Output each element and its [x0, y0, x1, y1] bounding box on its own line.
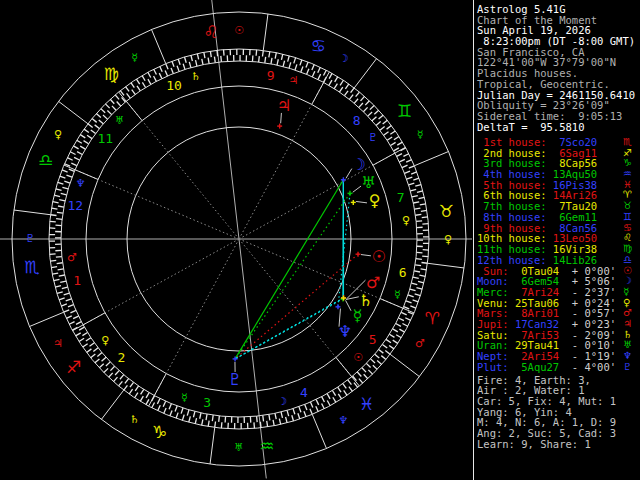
house-ruler-icon: ♅ — [115, 114, 125, 127]
house-ruler-icon: ♂ — [67, 251, 77, 264]
sign-ruler-icon: ☽ — [339, 52, 349, 65]
sign-glyph-icon: ♎ — [38, 150, 53, 170]
axis-lines — [0, 0, 472, 478]
chart-wheel: ♈♂♉♀♊☿♋☽♌☉♍☿♎♀♏♇♐♃♑♄♒♅♓♆1♂2♀3☿4☽5☉6☿7♀8♇… — [0, 0, 478, 480]
house-number: 9 — [267, 68, 275, 83]
sign-glyph-icon: ♋ — [311, 36, 326, 56]
house-ruler-icon: ♇ — [368, 131, 378, 144]
sign-ruler-icon: ♆ — [338, 414, 348, 427]
sign-glyph-icon: ♑ — [152, 422, 167, 442]
house-sign-icon: ♎ — [623, 255, 632, 266]
sign-glyph-icon: ♒ — [259, 436, 274, 456]
sign-ruler-icon: ☿ — [417, 128, 424, 141]
sign-ruler-icon: ☉ — [234, 24, 244, 37]
sign-glyph-icon: ♏ — [24, 257, 39, 277]
planet-glyph-icon: ♃ — [277, 96, 291, 115]
house-cusp-table: 1st house: 7Sco20♏ 2nd house: 6Sag11♐ 3r… — [477, 137, 640, 265]
house-number: 7 — [397, 190, 405, 205]
house-number: 5 — [369, 332, 377, 347]
stats-line: Learn: 9, Share: 1 — [477, 439, 640, 450]
planet-velocity: - 4°00' — [559, 361, 616, 373]
house-sign-icon: ♍ — [623, 244, 632, 255]
chart-info-sidebar: Astrolog 5.41GChart of the MomentSun Apr… — [477, 0, 640, 480]
house-ruler-icon: ☿ — [181, 391, 188, 404]
sign-glyph-icon: ♓ — [359, 394, 374, 414]
planet-glyph-icon: ☉ — [372, 247, 386, 266]
sign-glyph-icon: ♉ — [439, 201, 454, 221]
header-line: DeltaT = 95.5810 — [477, 122, 640, 133]
house-number: 10 — [166, 78, 182, 93]
sign-ruler-icon: ♃ — [53, 337, 63, 350]
house-ruler-icon: ♆ — [76, 177, 86, 190]
planet-glyph-icon: ♅ — [361, 173, 375, 192]
house-sign-icon: ♊ — [623, 212, 632, 223]
house-number: 3 — [203, 395, 211, 410]
house-number: 1 — [73, 273, 81, 288]
sign-glyph-icon: ♊ — [397, 101, 412, 121]
house-number: 2 — [117, 350, 125, 365]
planet-row: Plut: 5Aqu27 - 4°00'♇ — [477, 362, 640, 373]
sign-ruler-icon: ☿ — [131, 51, 138, 64]
house-ruler-icon: ☉ — [353, 351, 363, 364]
sign-ruler-icon: ♄ — [129, 413, 139, 426]
planet-glyph-icon: ♄ — [359, 291, 373, 310]
planet-icon: ♇ — [623, 362, 632, 373]
house-number: 12 — [67, 198, 83, 213]
planet-icon: ☿ — [623, 287, 629, 298]
house-ruler-icon: ☿ — [394, 288, 401, 301]
planet-glyph-icon: ♂ — [366, 273, 380, 292]
house-ruler-icon: ☽ — [277, 395, 287, 408]
planet-table: Sun: 0Tau04 + 0°00'☉Moon: 6Gem54 + 5°06'… — [477, 266, 640, 373]
house-ruler-icon: ♃ — [289, 74, 299, 87]
house-ruler-icon: ♀ — [101, 334, 109, 347]
planet-glyph-icon: ♆ — [338, 322, 352, 341]
sign-ruler-icon: ♇ — [25, 232, 35, 245]
house-number: 4 — [300, 385, 308, 400]
astrolog-window: ♈♂♉♀♊☿♋☽♌☉♍☿♎♀♏♇♐♃♑♄♒♅♓♆1♂2♀3☿4☽5☉6☿7♀8♇… — [0, 0, 640, 480]
house-number: 8 — [353, 113, 361, 128]
chart-header-block: Astrolog 5.41GChart of the MomentSun Apr… — [477, 4, 640, 132]
sign-glyph-icon: ♈ — [425, 308, 440, 328]
element-stats-block: Fire: 4, Earth: 3,Air : 2, Water: 1Car: … — [477, 375, 640, 450]
sign-glyph-icon: ♍ — [104, 64, 119, 84]
sign-ruler-icon: ♅ — [234, 441, 244, 454]
house-ruler-icon: ♄ — [191, 70, 201, 83]
stats-text: Learn: 9, Share: 1 — [477, 438, 591, 450]
planet-glyph-icon: ♀ — [369, 191, 381, 210]
sign-ruler-icon: ♀ — [54, 128, 62, 141]
sign-glyph-icon: ♌ — [203, 22, 218, 42]
house-number: 6 — [399, 265, 407, 280]
planet-value: 5Aqu27 — [509, 361, 560, 373]
sign-ruler-icon: ♀ — [444, 233, 452, 246]
planet-label: Plut: — [477, 361, 509, 373]
house-ruler-icon: ♀ — [402, 214, 410, 227]
header-text: DeltaT = 95.5810 — [477, 121, 584, 133]
sign-glyph-icon: ♐ — [66, 357, 81, 377]
sidebar-divider — [473, 0, 474, 480]
planet-glyph-icon: ☽ — [351, 155, 365, 174]
sign-ruler-icon: ♂ — [415, 337, 425, 350]
house-number: 11 — [97, 131, 113, 146]
planet-glyph-icon: ♇ — [228, 370, 242, 389]
